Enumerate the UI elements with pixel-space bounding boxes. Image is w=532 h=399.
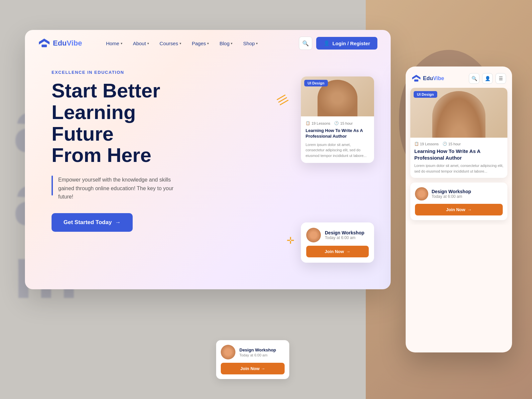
- mobile-content: UI Design 📋 19 Lessons 🕐 15 hour Learnin…: [406, 88, 512, 225]
- nav-home[interactable]: Home ▾: [102, 38, 126, 49]
- mobile-logo-icon: [412, 74, 421, 83]
- course-title: Learning How To Write As A Professional …: [306, 128, 369, 139]
- hero-title: Start Better Learning Future From Here: [52, 80, 198, 166]
- course-card-body: 📋 19 Lessons 🕐 15 hour Learning How To W…: [301, 116, 374, 163]
- user-icon: 👤: [324, 40, 330, 46]
- mobile-navbar: EduVibe 🔍 👤 ☰: [406, 66, 512, 88]
- workshop-title: Design Workshop: [325, 230, 364, 235]
- join-now-button[interactable]: Join Now →: [306, 246, 369, 257]
- bottom-workshop-details: Design Workshop Today at 6:00 am: [239, 347, 276, 357]
- hero-divider: [52, 176, 53, 196]
- arrow-icon: →: [467, 207, 471, 212]
- search-icon: 🔍: [302, 40, 309, 47]
- user-icon: 👤: [485, 76, 490, 81]
- chevron-down-icon: ▾: [256, 42, 258, 45]
- chevron-down-icon: ▾: [231, 42, 232, 45]
- workshop-time: Today at 6:00 am: [325, 235, 364, 240]
- arrow-icon: →: [346, 249, 350, 254]
- search-icon: 🔍: [471, 76, 477, 81]
- svg-marker-0: [39, 39, 50, 45]
- chevron-down-icon: ▾: [147, 42, 149, 45]
- hero-description-block: Empower yourself with the knowledge and …: [52, 176, 198, 201]
- bottom-card-title: Design Workshop: [239, 347, 276, 352]
- svg-rect-3: [414, 79, 418, 81]
- mobile-course-person: [432, 91, 485, 138]
- menu-icon: ☰: [499, 76, 503, 81]
- nav-about[interactable]: About ▾: [129, 38, 153, 49]
- mobile-course-description: Lorem ipsum dolor sit amet, consectetur …: [414, 163, 503, 174]
- logo-icon: [38, 37, 50, 49]
- mobile-join-now-button[interactable]: Join Now →: [415, 204, 503, 215]
- hero-description-text: Empower yourself with the knowledge and …: [58, 176, 185, 201]
- logo-text: EduVibe: [53, 39, 82, 48]
- chevron-down-icon: ▾: [207, 42, 209, 45]
- mobile-lessons-meta: 📋 19 Lessons: [414, 142, 439, 146]
- bottom-card-time: Today at 6:00 am: [239, 353, 276, 357]
- chevron-down-icon: ▾: [180, 42, 181, 45]
- mobile-workshop-info: Design Workshop Today at 6:00 am: [415, 187, 503, 200]
- search-button[interactable]: 🔍: [299, 37, 312, 50]
- hero-section: EXCELLENCE IN EDUCATION Start Better Lea…: [25, 57, 211, 232]
- get-started-button[interactable]: Get Started Today →: [52, 213, 133, 232]
- nav-blog[interactable]: Blog ▾: [215, 38, 236, 49]
- logo[interactable]: EduVibe: [38, 37, 82, 49]
- nav-actions: 🔍 👤 Login / Register: [299, 37, 377, 50]
- mobile-workshop-time: Today at 6:00 am: [432, 194, 471, 199]
- workshop-card: Design Workshop Today at 6:00 am Join No…: [301, 222, 374, 263]
- mobile-course-body: 📋 19 Lessons 🕐 15 hour Learning How To W…: [410, 138, 507, 178]
- navbar: EduVibe Home ▾ About ▾ Courses ▾ Pages ▾…: [25, 30, 391, 57]
- mobile-course-card: UI Design 📋 19 Lessons 🕐 15 hour Learnin…: [410, 88, 507, 178]
- course-card: UI Design 📋 19 Lessons 🕐 15 hour Learnin…: [301, 76, 374, 163]
- hero-badge: EXCELLENCE IN EDUCATION: [52, 70, 198, 75]
- svg-rect-1: [42, 45, 47, 47]
- lessons-meta: 📋 19 Lessons: [306, 121, 330, 125]
- chevron-down-icon: ▾: [121, 42, 122, 45]
- workshop-details: Design Workshop Today at 6:00 am: [325, 230, 364, 240]
- mobile-course-image: UI Design: [410, 88, 507, 138]
- mobile-logo[interactable]: EduVibe: [412, 74, 466, 83]
- bottom-avatar: [221, 345, 235, 359]
- mobile-logo-text: EduVibe: [423, 75, 444, 81]
- mobile-workshop-card: Design Workshop Today at 6:00 am Join No…: [410, 183, 507, 220]
- mobile-search-button[interactable]: 🔍: [469, 73, 479, 84]
- bottom-workshop-info: Design Workshop Today at 6:00 am: [221, 345, 285, 359]
- mobile-workshop-details: Design Workshop Today at 6:00 am: [432, 189, 471, 199]
- mobile-workshop-avatar: [415, 187, 428, 200]
- duration-meta: 🕐 15 hour: [334, 121, 352, 125]
- course-badge: UI Design: [304, 80, 328, 86]
- nav-links: Home ▾ About ▾ Courses ▾ Pages ▾ Blog ▾ …: [102, 38, 299, 49]
- lessons-icon: 📋: [414, 142, 419, 146]
- decorative-plus: ✛: [287, 235, 294, 246]
- clock-icon: 🕐: [334, 121, 339, 125]
- login-register-button[interactable]: 👤 Login / Register: [316, 37, 377, 50]
- nav-pages[interactable]: Pages ▾: [188, 38, 213, 49]
- svg-marker-2: [412, 75, 421, 79]
- mobile-menu-button[interactable]: ☰: [495, 73, 506, 84]
- arrow-icon: →: [115, 219, 121, 226]
- mobile-user-button[interactable]: 👤: [482, 73, 493, 84]
- course-description: Lorem ipsum dolor sit amet, consectetur …: [306, 142, 369, 159]
- nav-courses[interactable]: Courses ▾: [156, 38, 185, 49]
- bottom-workshop-card: Design Workshop Today at 6:00 am Join No…: [216, 340, 289, 379]
- mobile-course-meta: 📋 19 Lessons 🕐 15 hour: [414, 142, 503, 146]
- mobile-course-badge: UI Design: [414, 91, 437, 98]
- decorative-lines: [277, 94, 289, 105]
- course-card-image: UI Design: [301, 76, 374, 116]
- course-meta: 📋 19 Lessons 🕐 15 hour: [306, 121, 369, 125]
- mobile-course-title: Learning How To Write As A Professional …: [414, 148, 503, 161]
- desktop-card: EduVibe Home ▾ About ▾ Courses ▾ Pages ▾…: [25, 30, 391, 289]
- workshop-info: Design Workshop Today at 6:00 am: [306, 228, 369, 242]
- workshop-avatar: [306, 228, 321, 242]
- bottom-join-button[interactable]: Join Now →: [221, 363, 285, 374]
- mobile-duration-meta: 🕐 15 hour: [443, 142, 461, 146]
- clock-icon: 🕐: [443, 142, 447, 146]
- lessons-icon: 📋: [306, 121, 310, 125]
- mobile-card: EduVibe 🔍 👤 ☰ UI Design 📋 19 Lesson: [406, 66, 512, 352]
- nav-shop[interactable]: Shop ▾: [239, 38, 262, 49]
- mobile-workshop-title: Design Workshop: [432, 189, 471, 194]
